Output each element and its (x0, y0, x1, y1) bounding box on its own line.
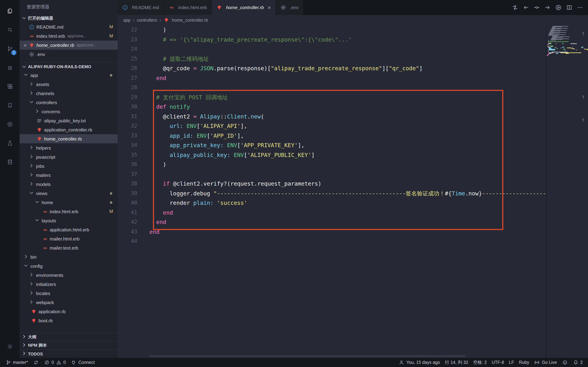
tree-item[interactable]: layouts (20, 216, 118, 225)
line-number[interactable]: 39 (118, 189, 137, 198)
tab-home-controller[interactable]: home_controller.rb× (212, 0, 276, 15)
line-number[interactable]: 37 (118, 169, 137, 179)
tree-item[interactable]: helpers (20, 143, 118, 152)
code-line[interactable]: 39 logger.debug "-----------------------… (118, 189, 546, 198)
line-number[interactable]: 26 (118, 64, 137, 73)
line-number[interactable]: 38 (118, 179, 137, 189)
tree-item[interactable]: locales (20, 289, 118, 298)
split-editor-button[interactable] (566, 4, 572, 11)
breadcrumb-folder[interactable]: app (123, 18, 130, 23)
activity-item-settings[interactable] (1, 337, 18, 356)
tree-item[interactable]: application_controller.rb (20, 125, 118, 134)
line-number[interactable]: 28 (118, 83, 137, 92)
code-line[interactable]: 26 @qr_code = JSON.parse(response)["alip… (118, 64, 546, 73)
line-number[interactable]: 27 (118, 73, 137, 83)
breadcrumb-folder[interactable]: controllers (137, 18, 157, 23)
encoding[interactable]: UTF-8 (489, 358, 507, 367)
line-number[interactable]: 42 (118, 217, 137, 227)
breadcrumb-file[interactable]: home_controller.rb (172, 18, 208, 23)
code-area[interactable]: 22 )23 # => '{\"alipay_trade_precreate_r… (118, 25, 546, 358)
code-line[interactable]: 25 # 提取二维码地址 (118, 54, 546, 64)
line-number[interactable]: 36 (118, 160, 137, 169)
code-line[interactable]: 35 alipay_public_key: ENV['ALIPAY_PUBLIC… (118, 150, 546, 160)
line-number[interactable]: 30 (118, 102, 137, 112)
tree-item[interactable]: models (20, 180, 118, 189)
open-editors-header[interactable]: 打开的编辑器 (20, 14, 118, 22)
code-line[interactable]: 30 def notify (118, 102, 546, 112)
code-line[interactable]: 41 end (118, 208, 546, 217)
code-line[interactable]: 40 render plain: 'success' (118, 198, 546, 208)
activity-item-debug[interactable] (1, 58, 18, 77)
tree-item[interactable]: <>mailer.html.erb (20, 234, 118, 243)
tree-item[interactable]: application.rb (20, 307, 118, 316)
indentation[interactable]: 空格: 2 (471, 358, 489, 367)
line-number[interactable]: 44 (118, 237, 137, 246)
tree-item[interactable]: concerns (20, 107, 118, 116)
code-line[interactable]: 37 (118, 169, 546, 179)
code-line[interactable]: 38 if @client2.verify?(request.request_p… (118, 179, 546, 189)
code-line[interactable]: 29 # 支付宝的 POST 回调地址 (118, 92, 546, 102)
tree-item[interactable]: views (20, 189, 118, 198)
tree-item[interactable]: boot.rb (20, 316, 118, 325)
tree-item[interactable]: assets (20, 80, 118, 89)
activity-item-database[interactable] (1, 152, 18, 171)
code-line[interactable]: 31 @client2 = Alipay::Client.new( (118, 112, 546, 121)
tree-item[interactable]: <>application.html.erb (20, 225, 118, 234)
tree-item[interactable]: <>index.html.erbM (20, 207, 118, 216)
line-number[interactable]: 22 (118, 25, 137, 35)
line-number[interactable]: 23 (118, 35, 137, 44)
tree-item[interactable]: home (20, 198, 118, 207)
open-editor-item[interactable]: ×home_controller.rbapp/contr... (20, 41, 118, 50)
sync-changes[interactable] (30, 358, 41, 367)
activity-item-testing[interactable] (1, 133, 18, 152)
breadcrumb[interactable]: app›controllers›home_controller.rb (118, 15, 588, 25)
close-icon[interactable]: × (22, 42, 29, 48)
line-number[interactable]: 34 (118, 141, 137, 150)
code-line[interactable]: 22 ) (118, 25, 546, 35)
code-line[interactable]: 27 end (118, 73, 546, 83)
go-back-button[interactable] (523, 4, 529, 11)
line-number[interactable]: 25 (118, 54, 137, 64)
tab-readme[interactable]: iREADME.md (118, 0, 164, 15)
code-line[interactable]: 34 app_private_key: ENV['APP_PRIVATE_KEY… (118, 141, 546, 150)
eol[interactable]: LF (506, 358, 516, 367)
open-editor-item[interactable]: .env (20, 50, 118, 59)
code-line[interactable]: 28 (118, 83, 546, 92)
tab-env[interactable]: .env (276, 0, 303, 15)
go-forward-button[interactable] (544, 4, 551, 11)
activity-item-bookmarks[interactable] (1, 96, 18, 115)
open-change-button[interactable] (533, 4, 540, 11)
code-line[interactable]: 42 end (118, 217, 546, 227)
activity-item-explorer[interactable] (1, 1, 18, 20)
open-editor-item[interactable]: <>index.html.erbapp/view...M (20, 32, 118, 41)
tree-item[interactable]: javascript (20, 152, 118, 161)
activity-item-extensions[interactable] (1, 77, 18, 96)
line-number[interactable]: 24 (118, 44, 137, 54)
code-line[interactable]: 23 # => '{\"alipay_trade_precreate_respo… (118, 35, 546, 44)
sidebar-panel-TODOS[interactable]: TODOS (20, 350, 118, 358)
code-line[interactable]: 44 (118, 237, 546, 246)
tree-item[interactable]: config (20, 261, 118, 271)
line-number[interactable]: 41 (118, 208, 137, 217)
tree-item[interactable]: channels (20, 89, 118, 98)
line-number[interactable]: 29 (118, 92, 137, 102)
code-editor[interactable]: 22 )23 # => '{\"alipay_trade_precreate_r… (118, 25, 588, 358)
cursor-position[interactable]: 行 14, 列 32 (442, 358, 471, 367)
tree-item[interactable]: controllers (20, 98, 118, 107)
project-header[interactable]: ALIPAY-RUBY-ON-RAILS-DEMO (20, 62, 118, 71)
code-line[interactable]: 36 ) (118, 160, 546, 169)
tree-item[interactable]: webpack (20, 298, 118, 307)
git-branch[interactable]: master* (3, 358, 30, 367)
tree-item[interactable]: <>mailer.text.erb (20, 243, 118, 252)
line-number[interactable]: 35 (118, 150, 137, 160)
compare-changes-button[interactable] (512, 4, 518, 11)
problems[interactable]: 00 (41, 358, 68, 367)
open-editor-item[interactable]: iREADME.mdM (20, 22, 118, 32)
line-number[interactable]: 32 (118, 121, 137, 131)
tree-item[interactable]: bin (20, 252, 118, 261)
line-number[interactable]: 40 (118, 198, 137, 208)
tree-item[interactable]: initializers (20, 280, 118, 289)
line-number[interactable]: 33 (118, 131, 137, 141)
go-live[interactable]: Go Live (532, 358, 559, 367)
tab-index-html-erb[interactable]: <>index.html.erb (164, 0, 212, 15)
